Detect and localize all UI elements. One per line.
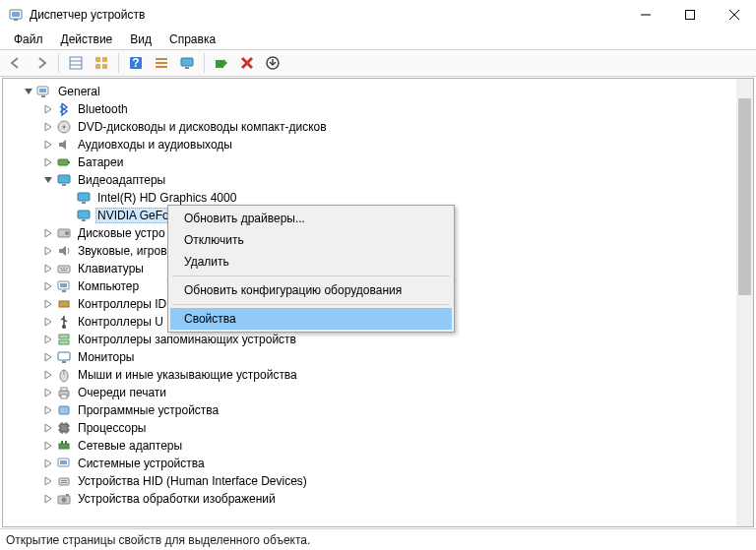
ctx-delete[interactable]: Удалить <box>170 251 452 273</box>
svg-rect-47 <box>62 290 66 292</box>
node-label: Звуковые, игров <box>76 243 169 259</box>
expand-icon[interactable] <box>42 387 54 398</box>
device-tree-panel: General Bluetooth DVD-дисководы и дисков… <box>2 78 754 527</box>
scan-icon[interactable] <box>210 51 233 75</box>
category-node[interactable]: Программные устройства <box>7 401 753 419</box>
spacer <box>62 210 74 221</box>
node-label: Bluetooth <box>76 101 130 117</box>
toolbar-sep <box>204 53 205 73</box>
svg-rect-19 <box>181 58 193 66</box>
help-icon[interactable]: ? <box>124 51 148 75</box>
expand-icon[interactable] <box>42 369 54 381</box>
category-node[interactable]: Мониторы <box>7 348 753 366</box>
category-node[interactable]: Процессоры <box>7 419 753 437</box>
expand-icon[interactable] <box>42 458 54 469</box>
svg-rect-11 <box>102 57 107 62</box>
view-icon[interactable] <box>90 51 113 75</box>
monitor-icon[interactable] <box>175 51 199 75</box>
imaging-icon <box>56 491 72 507</box>
category-node[interactable]: Мыши и иные указывающие устройства <box>7 366 753 384</box>
window-title: Диспетчер устройств <box>30 8 623 22</box>
mouse-icon <box>56 367 72 383</box>
node-label: Мыши и иные указывающие устройства <box>76 367 299 383</box>
node-label: Компьютер <box>76 278 141 294</box>
category-node[interactable]: Аудиовходы и аудиовыходы <box>7 136 753 153</box>
collapse-icon[interactable] <box>23 86 34 97</box>
svg-rect-30 <box>58 159 68 165</box>
ctx-update-drivers[interactable]: Обновить драйверы... <box>170 208 452 229</box>
svg-rect-60 <box>60 424 68 432</box>
expand-icon[interactable] <box>42 298 54 310</box>
category-node[interactable]: Батареи <box>7 153 753 171</box>
monitor-icon <box>56 349 72 365</box>
ctx-properties[interactable]: Свойства <box>170 308 452 330</box>
close-button[interactable] <box>712 0 756 30</box>
menu-action[interactable]: Действие <box>53 31 121 48</box>
display-adapter-icon <box>56 172 72 188</box>
show-hidden-icon[interactable] <box>64 51 88 75</box>
expand-icon[interactable] <box>42 103 54 115</box>
uninstall-icon[interactable] <box>235 51 259 75</box>
expand-icon[interactable] <box>42 351 54 363</box>
maximize-button[interactable] <box>667 0 712 30</box>
expand-icon[interactable] <box>42 404 54 416</box>
back-button[interactable] <box>4 51 28 75</box>
svg-rect-59 <box>59 406 69 414</box>
expand-icon[interactable] <box>42 422 54 434</box>
menu-help[interactable]: Справка <box>161 31 223 48</box>
forward-button[interactable] <box>30 51 53 75</box>
ctx-scan-hardware[interactable]: Обновить конфигурацию оборудования <box>170 279 452 301</box>
expand-icon[interactable] <box>42 263 54 275</box>
svg-rect-37 <box>82 219 86 221</box>
svg-rect-52 <box>58 352 70 360</box>
spacer <box>62 192 74 204</box>
svg-point-49 <box>62 325 66 329</box>
node-label: General <box>56 84 102 99</box>
toolbar: ? <box>0 49 756 77</box>
list-icon[interactable] <box>150 51 173 75</box>
expand-icon[interactable] <box>42 156 54 168</box>
svg-rect-57 <box>61 388 67 391</box>
scroll-thumb[interactable] <box>738 98 751 295</box>
category-node[interactable]: Видеоадаптеры <box>7 171 753 189</box>
expand-icon[interactable] <box>42 475 54 487</box>
node-label: Устройства обработки изображений <box>76 491 278 507</box>
ctx-disable[interactable]: Отключить <box>170 229 452 251</box>
expand-icon[interactable] <box>42 121 54 133</box>
display-adapter-icon <box>76 190 92 206</box>
svg-rect-43 <box>66 268 68 269</box>
expand-icon[interactable] <box>42 227 54 239</box>
category-node[interactable]: Устройства обработки изображений <box>7 490 753 508</box>
window-buttons <box>623 0 756 30</box>
menu-view[interactable]: Вид <box>122 31 159 48</box>
expand-icon[interactable] <box>42 493 54 505</box>
minimize-button[interactable] <box>623 0 667 30</box>
expand-icon[interactable] <box>42 334 54 345</box>
category-node[interactable]: Bluetooth <box>7 100 753 118</box>
collapse-icon[interactable] <box>42 174 54 186</box>
expand-icon[interactable] <box>42 316 54 328</box>
cpu-icon <box>56 420 72 436</box>
category-node[interactable]: Системные устройства <box>7 455 753 472</box>
node-label: Intel(R) HD Graphics 4000 <box>95 190 238 206</box>
expand-icon[interactable] <box>42 139 54 151</box>
category-node[interactable]: Сетевые адаптеры <box>7 437 753 455</box>
category-node[interactable]: Устройства HID (Human Interface Devices) <box>7 472 753 490</box>
category-node[interactable]: DVD-дисководы и дисководы компакт-дисков <box>7 118 753 136</box>
category-node[interactable]: Очереди печати <box>7 384 753 401</box>
menu-file[interactable]: Файл <box>6 31 51 48</box>
svg-rect-18 <box>156 66 167 68</box>
svg-rect-76 <box>61 482 67 483</box>
svg-rect-79 <box>66 494 69 496</box>
root-node[interactable]: General <box>7 83 753 100</box>
expand-icon[interactable] <box>42 440 54 452</box>
expand-icon[interactable] <box>42 245 54 257</box>
expand-icon[interactable] <box>42 280 54 292</box>
svg-rect-35 <box>82 202 86 204</box>
svg-rect-7 <box>70 57 82 69</box>
svg-point-39 <box>65 231 69 235</box>
vertical-scrollbar[interactable] <box>736 79 753 526</box>
svg-rect-42 <box>63 268 65 269</box>
category-node[interactable]: Контроллеры запоминающих устройств <box>7 331 753 348</box>
update-icon[interactable] <box>261 51 284 75</box>
